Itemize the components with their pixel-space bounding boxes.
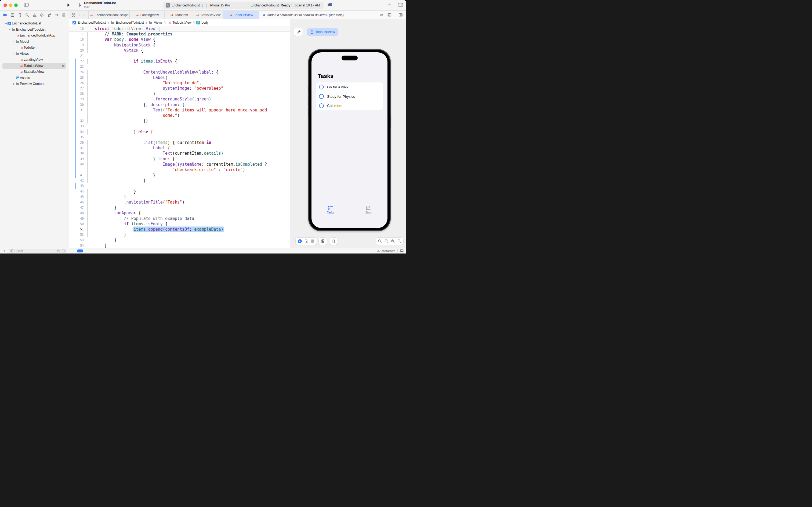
breadcrumb-item[interactable]: TodoListView — [167, 21, 191, 24]
code-line[interactable]: 38 Text(currentItem.details) — [69, 151, 290, 156]
line-number[interactable]: 23 — [71, 64, 84, 69]
code-line[interactable]: 30 }, description: { — [69, 102, 290, 107]
back-button[interactable] — [78, 13, 80, 17]
code-line[interactable]: 23 — [69, 64, 290, 69]
line-number[interactable]: 37 — [71, 145, 84, 151]
sidebar-item-Assets[interactable]: Assets — [0, 75, 69, 81]
code-line[interactable]: 40 Image(systemName: currentItem.isCompl… — [69, 162, 290, 167]
forward-button[interactable] — [83, 13, 85, 17]
code-line[interactable]: 35 — [69, 134, 290, 140]
line-number[interactable]: 36 — [71, 140, 84, 145]
line-number[interactable]: 33 — [71, 123, 84, 129]
line-number[interactable]: 50 — [71, 221, 84, 227]
task-circle-icon[interactable] — [319, 103, 324, 108]
phone-tab-Tasks[interactable]: Tasks — [311, 206, 350, 216]
line-number[interactable]: 41 — [71, 172, 84, 178]
library-add-icon[interactable] — [387, 3, 391, 7]
line-number[interactable]: 20 — [71, 48, 84, 53]
tab-TodoItem[interactable]: TodoItem — [164, 11, 193, 19]
line-number[interactable]: 49 — [71, 216, 84, 221]
commit-tab[interactable]: # Added a scrollable list to show to-do … — [259, 11, 376, 19]
phone-tab-Stats[interactable]: Stats — [350, 206, 388, 216]
preview-device-chip[interactable]: TodoListView — [307, 28, 338, 36]
device-bezels-icon[interactable] — [331, 238, 337, 244]
breadcrumb-item[interactable]: EnchancedTodoList — [72, 21, 106, 25]
code-line[interactable]: "checkmark.circle" : "circle") — [69, 167, 290, 172]
code-line[interactable]: 43 — [69, 183, 290, 188]
code-line[interactable]: 41 } — [69, 172, 290, 178]
cloud-status-icon[interactable] — [327, 2, 333, 7]
sidebar-item-Preview Content[interactable]: Preview Content — [0, 81, 69, 87]
code-line[interactable]: 26 "Nothing to do", — [69, 80, 290, 86]
line-number[interactable]: 35 — [71, 134, 84, 140]
code-line[interactable]: 52 } — [69, 232, 290, 237]
sidebar-item-StatisticsView[interactable]: StatisticsView — [0, 69, 69, 75]
tab-TodoListView[interactable]: TodoListView — [223, 11, 259, 19]
code-line[interactable]: 51 items.append(contentsOf: exampleData) — [69, 227, 290, 232]
test-navigator-icon[interactable] — [40, 13, 44, 17]
line-number[interactable]: 38 — [71, 151, 84, 156]
add-file-icon[interactable] — [3, 249, 6, 252]
line-number[interactable]: 44 — [71, 189, 84, 194]
code-line[interactable]: 36 List(items) { currentItem in — [69, 140, 290, 145]
code-line[interactable]: 24 ContentUnavailableView(label: { — [69, 69, 290, 75]
chevron-down-icon[interactable] — [12, 52, 15, 55]
zoom-in-icon[interactable] — [396, 238, 402, 244]
add-editor-icon[interactable] — [399, 13, 403, 17]
zoom-fit-icon[interactable] — [390, 238, 396, 244]
related-items-icon[interactable] — [71, 13, 75, 17]
line-number[interactable]: 32 — [71, 118, 84, 123]
line-number[interactable]: 39 — [71, 156, 84, 162]
code-line[interactable]: 37 Label { — [69, 145, 290, 151]
chevron-down-icon[interactable] — [12, 40, 15, 43]
source-control-filter-icon[interactable] — [61, 249, 65, 253]
code-line[interactable]: 53 } — [69, 237, 290, 243]
code-editor[interactable]: 10struct TodoListView: View { 17 // MARK… — [69, 26, 290, 248]
zoom-100-icon[interactable] — [384, 238, 389, 244]
breadcrumb-item[interactable]: Pbody — [196, 21, 209, 24]
run-destination[interactable]: iPhone 15 Pro — [210, 3, 230, 7]
code-line[interactable]: 47 } — [69, 205, 290, 210]
sidebar-item-TodoItem[interactable]: TodoItem — [0, 45, 69, 51]
code-line[interactable]: 46 .navigationTitle("Tasks") — [69, 200, 290, 205]
live-preview-icon[interactable] — [297, 238, 303, 244]
code-line[interactable]: 21 — [69, 53, 290, 59]
code-line[interactable]: 27 systemImage: "powersleep" — [69, 86, 290, 91]
code-line[interactable]: 20 VStack { — [69, 48, 290, 53]
line-number[interactable]: 45 — [71, 194, 84, 200]
filter-field[interactable]: Filter — [9, 249, 67, 253]
chevron-down-icon[interactable] — [8, 28, 11, 31]
sidebar-item-Model[interactable]: Model — [0, 39, 69, 45]
code-line[interactable]: 28 ) — [69, 91, 290, 97]
code-line[interactable]: 18 var body: some View { — [69, 37, 290, 42]
zoom-window-button[interactable] — [14, 3, 18, 7]
line-number[interactable]: 43 — [71, 183, 84, 188]
chevron-right-icon[interactable] — [12, 83, 15, 85]
line-number[interactable]: 29 — [71, 97, 84, 102]
sidebar-item-EnchancedTodoListApp[interactable]: EnchancedTodoListApp — [0, 33, 69, 39]
code-line[interactable]: 34 } else { — [69, 129, 290, 134]
sidebar-item-LandingView[interactable]: LandingView — [0, 57, 69, 63]
code-line[interactable]: some.") — [69, 113, 290, 118]
line-number[interactable]: 22 — [71, 59, 84, 64]
debug-navigator-icon[interactable] — [47, 13, 51, 17]
tab-LandingView[interactable]: LandingView — [129, 11, 164, 19]
code-line[interactable]: 42 } — [69, 178, 290, 183]
line-number[interactable]: 25 — [71, 75, 84, 80]
line-number[interactable]: 52 — [71, 232, 84, 237]
selectable-mode-icon[interactable] — [303, 238, 309, 244]
line-number[interactable]: 46 — [71, 200, 84, 205]
sidebar-item-EnchancedTodoList[interactable]: EnchancedTodoList — [0, 20, 69, 26]
code-line[interactable]: 19 NavigationStack { — [69, 43, 290, 48]
task-row[interactable]: Call mom — [327, 101, 383, 110]
code-line[interactable]: 29 .foregroundStyle(.green) — [69, 97, 290, 102]
task-row[interactable]: Go for a walk — [316, 82, 383, 92]
code-line[interactable]: 45 } — [69, 194, 290, 200]
sidebar-item-TodoListView[interactable]: TodoListViewM — [0, 63, 69, 69]
code-line[interactable]: 50 if items.isEmpty { — [69, 221, 290, 227]
line-number[interactable]: 17 — [71, 32, 84, 37]
recent-files-icon[interactable] — [57, 249, 60, 253]
run-button[interactable] — [67, 3, 71, 7]
project-navigator-icon[interactable] — [3, 13, 7, 17]
code-line[interactable]: 49 // Populate with example data — [69, 216, 290, 221]
